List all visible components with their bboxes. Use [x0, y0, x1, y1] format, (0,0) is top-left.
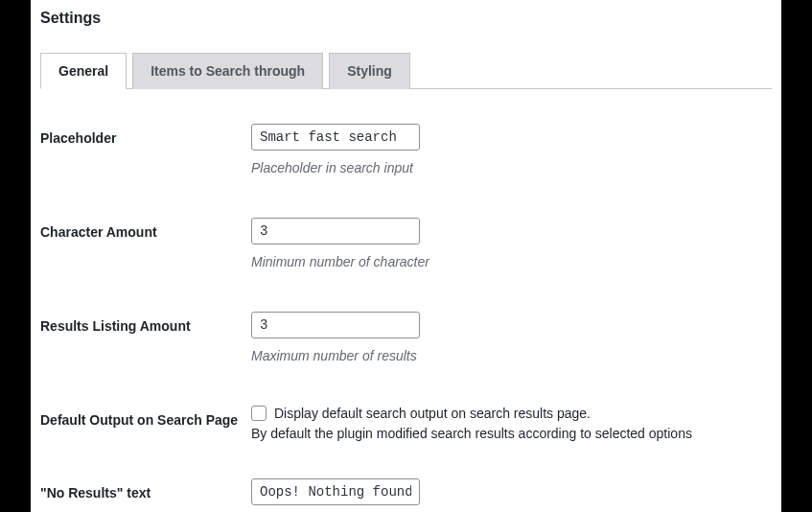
- page-title: Settings: [40, 10, 772, 27]
- desc-character-amount: Minimum number of character: [251, 254, 772, 269]
- label-default-output: Default Output on Search Page: [40, 406, 251, 429]
- field-row-placeholder: Placeholder Placeholder in search input: [40, 124, 772, 175]
- tabs: General Items to Search through Styling: [40, 52, 772, 89]
- checkbox-label-default-output: Display default search output on search …: [274, 406, 591, 421]
- tab-items-to-search[interactable]: Items to Search through: [132, 53, 323, 89]
- desc-placeholder: Placeholder in search input: [251, 160, 772, 175]
- input-placeholder[interactable]: [251, 124, 420, 151]
- desc-default-output: By default the plugin modified search re…: [251, 425, 772, 444]
- desc-results-amount: Maximum number of results: [251, 348, 772, 363]
- input-results-amount[interactable]: [251, 312, 420, 338]
- label-results-amount: Results Listing Amount: [40, 312, 251, 335]
- input-character-amount[interactable]: [251, 218, 420, 244]
- label-character-amount: Character Amount: [40, 218, 251, 241]
- tab-styling[interactable]: Styling: [329, 53, 410, 89]
- field-row-no-results: "No Results" text: [40, 478, 772, 505]
- label-no-results: "No Results" text: [40, 478, 251, 501]
- settings-form: Placeholder Placeholder in search input …: [40, 89, 772, 505]
- input-no-results[interactable]: [251, 478, 420, 505]
- label-placeholder: Placeholder: [40, 124, 251, 147]
- field-row-results-amount: Results Listing Amount Maximum number of…: [40, 312, 772, 363]
- field-row-default-output: Default Output on Search Page Display de…: [40, 406, 772, 444]
- checkbox-default-output[interactable]: [251, 406, 267, 421]
- settings-panel: Settings General Items to Search through…: [31, 0, 781, 512]
- tab-general[interactable]: General: [40, 53, 127, 89]
- field-row-character-amount: Character Amount Minimum number of chara…: [40, 218, 772, 269]
